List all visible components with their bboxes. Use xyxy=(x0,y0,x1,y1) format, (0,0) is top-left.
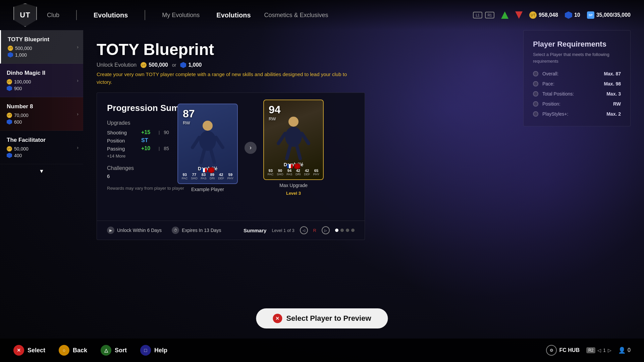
person-icon: 👤 xyxy=(618,347,626,354)
max-french-flag xyxy=(287,164,293,168)
controller-icons: L1 R1 xyxy=(473,12,494,18)
unlock-cost-coins: UT 500,000 xyxy=(141,62,168,68)
max-upgrade-label: Max Upgrade xyxy=(279,183,308,188)
fc-hub[interactable]: ⊙ FC HUB xyxy=(546,345,580,356)
coins-currency: UT 958,048 xyxy=(529,11,558,19)
svg-line-3 xyxy=(216,137,223,147)
sidebar-item-number8-name: Number 8 xyxy=(7,103,76,110)
svg-point-1 xyxy=(199,131,216,151)
n8-coin-cost: UT 70,000 xyxy=(7,113,76,118)
dot-3 xyxy=(346,229,349,232)
chevron-icon-4: › xyxy=(77,145,78,150)
stat-def: 42 DEF xyxy=(218,173,224,180)
nav-club[interactable]: Club xyxy=(47,12,59,19)
svg-line-10 xyxy=(287,146,290,159)
select-btn-label: Select xyxy=(28,347,45,354)
main-content: TOTY Blueprint Unlock Evolution UT 500,0… xyxy=(83,30,644,339)
coin-icon-d: UT xyxy=(7,79,12,84)
fc-hub-icon: ⊙ xyxy=(546,345,557,356)
sort-button[interactable]: △ Sort xyxy=(101,345,127,356)
player-count: 0 xyxy=(628,347,631,353)
pts-icon-sm xyxy=(8,52,13,58)
tri-button-icon: △ xyxy=(101,345,111,356)
r2-num: 1 xyxy=(603,348,606,353)
level-prev-btn[interactable]: ◁ xyxy=(300,226,308,234)
expires-icon: ⏱ xyxy=(172,227,179,234)
unlock-icon: ▶ xyxy=(107,227,114,234)
pts-icon-unlock xyxy=(180,62,186,68)
coin-icon-n8: UT xyxy=(7,113,12,118)
unlock-row: Unlock Evolution UT 500,000 or 1,000 xyxy=(97,62,631,68)
level-dots xyxy=(335,229,355,232)
sq-button-icon: □ xyxy=(140,345,151,356)
fc-hub-label: FC HUB xyxy=(559,347,580,353)
upgrade-pos-value: ST xyxy=(141,137,155,143)
nav-evolutions-tab[interactable]: Evolutions xyxy=(216,11,251,19)
example-player-card[interactable]: 87 RW Dembélé xyxy=(177,104,238,184)
level-next-btn[interactable]: ▷ xyxy=(322,226,330,234)
upgrade-target-passing: 85 xyxy=(164,146,169,151)
points-currency: 10 xyxy=(565,11,580,19)
svg-line-2 xyxy=(193,137,199,147)
svg-line-11 xyxy=(297,146,300,159)
sort-btn-label: Sort xyxy=(115,347,127,354)
max-upgrade-card[interactable]: 94 RW Dembélé xyxy=(263,100,324,180)
card-next-arrow[interactable]: › xyxy=(245,142,257,154)
progression-panel: Progression Summary 87 RW xyxy=(97,93,365,240)
select-x-icon: ✕ xyxy=(273,314,282,323)
or-text: or xyxy=(172,62,176,68)
evolution-description: Create your very own TOTY player complet… xyxy=(97,71,358,86)
coin-icon-fac: UT xyxy=(7,146,12,152)
cards-area: 87 RW Dembélé xyxy=(177,100,324,196)
stat-pas: 83 PAS xyxy=(201,173,206,180)
sidebar-item-facilitator-name: The Facilitator xyxy=(7,137,76,143)
coin-icon: UT xyxy=(529,11,537,19)
nav-cosmetics[interactable]: Cosmetics & Exclusives xyxy=(264,12,328,19)
coins-value: 958,048 xyxy=(539,12,558,18)
coin-icon-unlock: UT xyxy=(141,62,147,68)
upgrade-plus-passing: +10 xyxy=(141,145,155,152)
toty-coin-cost: UT 500,000 xyxy=(8,46,76,51)
unlock-label: Unlock Evolution xyxy=(97,62,137,68)
sidebar-scroll-down[interactable]: ▼ xyxy=(0,164,83,178)
max-stat-pas: 94 PAS xyxy=(286,169,292,176)
n8-pts-cost: 600 xyxy=(7,119,76,125)
points-value: 10 xyxy=(574,12,580,18)
back-button[interactable]: ○ Back xyxy=(59,345,87,356)
sidebar-item-number8[interactable]: › Number 8 UT 70,000 600 xyxy=(0,97,83,131)
dot-2 xyxy=(340,229,344,232)
logo-text: UT xyxy=(20,11,30,19)
example-player-label: Example Player xyxy=(191,187,224,192)
sp-value: 35,000/35,000 xyxy=(596,12,631,18)
help-btn-label: Help xyxy=(154,347,167,354)
pts-icon-n8 xyxy=(7,119,12,125)
svg-point-0 xyxy=(203,121,213,131)
max-stat-def: 42 DEF xyxy=(304,169,310,176)
upgrade-plus-shooting: +15 xyxy=(141,129,155,135)
example-player-silhouette xyxy=(186,119,229,169)
sidebar-item-dinho-costs: UT 100,000 900 xyxy=(7,79,76,91)
select-player-button[interactable]: ✕ Select Player to Preview xyxy=(256,308,388,328)
example-stats-row: 93 PAC 77 SHO 83 PAS 89 xyxy=(178,173,237,180)
l1-icon: L1 xyxy=(473,12,482,18)
sidebar-item-dinho[interactable]: › Dinho Magic II UT 100,000 900 xyxy=(0,64,83,97)
max-player-silhouette xyxy=(272,115,315,165)
bottom-navigation: ✕ Select ○ Back △ Sort □ Help ⊙ FC HUB R… xyxy=(0,339,644,362)
svg-line-5 xyxy=(211,150,214,163)
expires-in-item: ⏱ Expires In 13 Days xyxy=(172,227,221,234)
max-stat-phy: 65 PHY xyxy=(313,169,320,176)
nav-my-evolutions[interactable]: My Evolutions xyxy=(162,12,200,19)
stat-phy: 59 PHY xyxy=(227,173,234,180)
help-button[interactable]: □ Help xyxy=(140,345,167,356)
max-upgrade-wrapper: 94 RW Dembélé xyxy=(263,100,324,196)
sidebar-item-facilitator[interactable]: › The Facilitator UT 50,000 400 xyxy=(0,131,83,164)
evolutions-sidebar: › TOTY Blueprint UT 500,000 1,000 › Dinh… xyxy=(0,30,83,339)
select-button[interactable]: ✕ Select xyxy=(13,345,45,356)
sidebar-item-toty-blueprint[interactable]: › TOTY Blueprint UT 500,000 1,000 xyxy=(0,30,83,64)
fac-coin-cost: UT 50,000 xyxy=(7,146,76,152)
expires-in-text: Expires In 13 Days xyxy=(182,228,221,233)
stat-sho: 77 SHO xyxy=(191,173,198,180)
down-arrow-nav-icon xyxy=(515,11,523,19)
unlock-cost-points: 1,000 xyxy=(180,62,202,68)
nav-evolutions[interactable]: Evolutions xyxy=(94,11,128,19)
